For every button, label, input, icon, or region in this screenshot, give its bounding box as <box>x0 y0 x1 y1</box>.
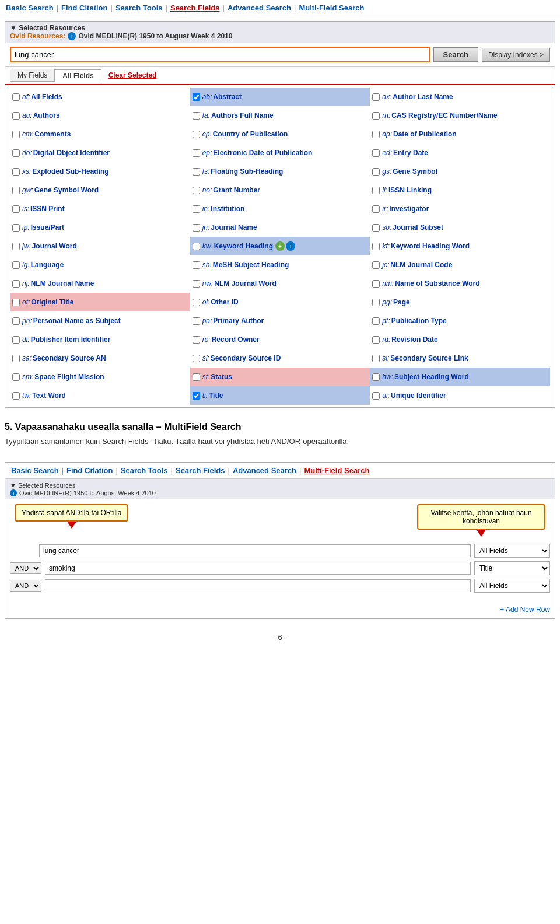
field-checkbox[interactable] <box>372 205 380 213</box>
field-code: cp: <box>202 130 212 138</box>
field-checkbox[interactable] <box>12 355 20 362</box>
field-checkbox[interactable] <box>12 112 20 120</box>
field-name: Other ID <box>211 298 238 306</box>
field-code: hw: <box>382 373 393 381</box>
field-checkbox[interactable] <box>372 261 380 269</box>
nav-search-tools[interactable]: Search Tools <box>114 4 164 12</box>
field-name: Electronic Date of Publication <box>213 149 312 157</box>
field-code: jn: <box>202 223 210 232</box>
kw-plus-icon[interactable]: + <box>275 242 285 251</box>
field-item: fa: Authors Full Name <box>190 106 370 125</box>
field-checkbox[interactable] <box>192 392 200 400</box>
clear-selected-button[interactable]: Clear Selected <box>108 71 157 79</box>
field-name: ISSN Linking <box>388 186 432 194</box>
field-checkbox[interactable] <box>372 392 380 400</box>
field-checkbox[interactable] <box>372 373 380 381</box>
field-checkbox[interactable] <box>372 93 380 101</box>
field-checkbox[interactable] <box>12 205 20 213</box>
display-indexes-button[interactable]: Display Indexes > <box>482 48 550 62</box>
field-checkbox[interactable] <box>192 187 200 194</box>
field-checkbox[interactable] <box>12 224 20 232</box>
mf-nav-advanced-search[interactable]: Advanced Search <box>232 466 298 475</box>
field-name: Page <box>393 298 410 306</box>
field-checkbox[interactable] <box>12 392 20 400</box>
mf-connector-select[interactable]: ANDORNOT <box>10 580 41 592</box>
field-item: pa: Primary Author <box>190 312 370 330</box>
field-item: cm: Comments <box>10 125 190 144</box>
mf-text-input[interactable] <box>45 579 471 592</box>
search-input[interactable] <box>10 47 430 62</box>
mf-nav-basic-search[interactable]: Basic Search <box>10 466 60 475</box>
field-item: gs: Gene Symbol <box>370 162 550 181</box>
field-checkbox[interactable] <box>372 280 380 288</box>
mf-nav-multi-field-search[interactable]: Multi-Field Search <box>303 466 370 475</box>
field-item: fs: Floating Sub-Heading <box>190 162 370 181</box>
field-checkbox[interactable] <box>12 373 20 381</box>
field-checkbox[interactable] <box>12 168 20 176</box>
field-checkbox[interactable] <box>192 168 200 176</box>
mf-selected-resources-label: ▼ Selected Resources <box>10 482 75 489</box>
field-name: Investigator <box>389 205 429 213</box>
field-checkbox[interactable] <box>12 149 20 157</box>
nav-search-fields[interactable]: Search Fields <box>169 4 221 12</box>
field-checkbox[interactable] <box>372 131 380 138</box>
nav-find-citation[interactable]: Find Citation <box>60 4 108 12</box>
field-checkbox[interactable] <box>372 112 380 120</box>
field-checkbox[interactable] <box>372 317 380 325</box>
nav-advanced-search[interactable]: Advanced Search <box>226 4 292 12</box>
field-checkbox[interactable] <box>192 149 200 157</box>
field-checkbox[interactable] <box>372 168 380 176</box>
search-button[interactable]: Search <box>433 47 478 62</box>
add-new-row-link[interactable]: + Add New Row <box>500 606 550 614</box>
field-checkbox[interactable] <box>192 280 200 288</box>
field-checkbox[interactable] <box>12 131 20 138</box>
field-checkbox[interactable] <box>192 131 200 138</box>
field-checkbox[interactable] <box>12 93 20 101</box>
mf-text-input[interactable] <box>45 562 471 575</box>
field-checkbox[interactable] <box>372 224 380 232</box>
mf-field-select[interactable]: All FieldsTitleAbstractAuthorsJournal Na… <box>474 544 550 558</box>
field-checkbox[interactable] <box>192 261 200 269</box>
field-name: Gene Symbol Word <box>34 186 99 194</box>
field-checkbox[interactable] <box>12 243 20 250</box>
field-checkbox[interactable] <box>192 224 200 232</box>
field-checkbox[interactable] <box>192 355 200 362</box>
nav-multi-field-search[interactable]: Multi-Field Search <box>298 4 365 12</box>
mf-info-icon[interactable]: i <box>10 489 17 496</box>
field-name: Abstract <box>213 93 242 101</box>
mf-nav-search-fields[interactable]: Search Fields <box>174 466 226 475</box>
field-checkbox[interactable] <box>372 355 380 362</box>
field-checkbox[interactable] <box>192 317 200 325</box>
field-checkbox[interactable] <box>192 373 200 381</box>
field-checkbox[interactable] <box>192 243 200 250</box>
field-checkbox[interactable] <box>192 93 200 101</box>
field-checkbox[interactable] <box>12 299 20 306</box>
mf-field-select[interactable]: All FieldsTitleAbstractAuthorsJournal Na… <box>474 561 550 575</box>
mf-nav-find-citation[interactable]: Find Citation <box>65 466 114 475</box>
field-checkbox[interactable] <box>372 243 380 250</box>
field-checkbox[interactable] <box>192 205 200 213</box>
field-checkbox[interactable] <box>12 336 20 344</box>
field-checkbox[interactable] <box>192 299 200 306</box>
field-checkbox[interactable] <box>372 187 380 194</box>
tab-my-fields[interactable]: My Fields <box>10 69 55 82</box>
mf-field-select[interactable]: All FieldsTitleAbstractAuthorsJournal Na… <box>474 579 550 593</box>
field-checkbox[interactable] <box>372 299 380 306</box>
field-checkbox[interactable] <box>12 317 20 325</box>
mf-text-input[interactable] <box>39 544 471 557</box>
field-checkbox[interactable] <box>12 187 20 194</box>
tab-all-fields[interactable]: All Fields <box>55 69 101 83</box>
mf-connector-select[interactable]: ANDORNOT <box>10 562 41 574</box>
field-checkbox[interactable] <box>12 261 20 269</box>
field-item: xs: Exploded Sub-Heading <box>10 162 190 181</box>
field-item: nj: NLM Journal Name <box>10 274 190 293</box>
info-icon[interactable]: i <box>68 32 76 40</box>
kw-info-icon[interactable]: i <box>286 242 295 251</box>
field-checkbox[interactable] <box>192 112 200 120</box>
field-checkbox[interactable] <box>192 336 200 344</box>
mf-nav-search-tools[interactable]: Search Tools <box>120 466 169 475</box>
nav-basic-search[interactable]: Basic Search <box>5 4 55 12</box>
field-checkbox[interactable] <box>372 336 380 344</box>
field-checkbox[interactable] <box>12 280 20 288</box>
field-checkbox[interactable] <box>372 149 380 157</box>
